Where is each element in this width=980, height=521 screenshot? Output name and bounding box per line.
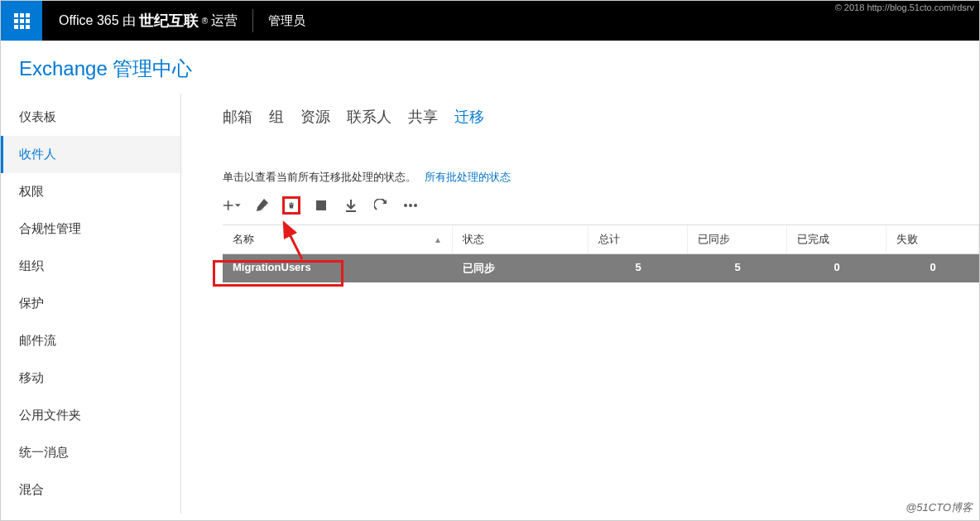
table-header-row: 名称 ▲ 状态 总计 已同步 已完成 失败 [223, 224, 979, 254]
hint-row: 单击以查看当前所有迁移批处理的状态。 所有批处理的状态 [223, 170, 979, 185]
tab-shared[interactable]: 共享 [408, 107, 438, 130]
tab-mailboxes[interactable]: 邮箱 [223, 107, 252, 130]
more-button[interactable] [401, 196, 420, 215]
sidebar-item-um[interactable]: 统一消息 [1, 434, 180, 471]
sidebar-item-dashboard[interactable]: 仪表板 [1, 99, 180, 136]
top-bar: Office 365 由 世纪互联 ® 运营 管理员 © 2018 http:/… [1, 1, 979, 41]
svg-rect-0 [316, 200, 326, 210]
cell-total: 5 [588, 254, 688, 282]
tab-resources[interactable]: 资源 [300, 107, 330, 130]
brand-by: 由 [122, 12, 136, 30]
sidebar-item-publicfolders[interactable]: 公用文件夹 [1, 397, 180, 434]
svg-point-3 [414, 204, 417, 207]
tab-groups[interactable]: 组 [269, 107, 284, 130]
plus-icon [223, 199, 233, 212]
sidebar-item-organization[interactable]: 组织 [1, 248, 180, 285]
brand-prefix: Office 365 [59, 13, 119, 28]
tabs: 邮箱 组 资源 联系人 共享 迁移 [223, 107, 979, 130]
page-title-row: Exchange 管理中心 [1, 41, 979, 94]
tab-contacts[interactable]: 联系人 [347, 107, 392, 130]
ellipsis-icon [404, 204, 417, 207]
column-header-done[interactable]: 已完成 [787, 225, 886, 253]
refresh-button[interactable] [372, 196, 390, 215]
svg-point-1 [404, 204, 407, 207]
waffle-icon [14, 13, 30, 29]
pencil-icon [255, 199, 268, 212]
sidebar-item-mobile[interactable]: 移动 [1, 359, 180, 397]
migration-table: 名称 ▲ 状态 总计 已同步 已完成 失败 MigrationUsers 已同步… [223, 224, 979, 282]
refresh-icon [374, 199, 387, 212]
copyright: © 2018 http://blog.51cto.com/rdsrv [835, 2, 974, 12]
hint-text: 单击以查看当前所有迁移批处理的状态。 [223, 171, 416, 183]
sort-ascending-icon: ▲ [434, 235, 442, 244]
edit-button[interactable] [252, 196, 271, 215]
brand-cn: 世纪互联 [139, 11, 199, 31]
cell-fail: 0 [886, 254, 979, 282]
trash-icon [288, 199, 295, 212]
sidebar-item-protection[interactable]: 保护 [1, 285, 180, 322]
svg-point-2 [409, 204, 412, 207]
toolbar [223, 196, 979, 215]
app-launcher-button[interactable] [1, 1, 42, 41]
sidebar-item-hybrid[interactable]: 混合 [1, 471, 180, 509]
column-header-status[interactable]: 状态 [453, 225, 588, 253]
brand-sup: ® [202, 17, 208, 26]
cell-name: MigrationUsers [223, 254, 453, 282]
stop-icon [315, 200, 327, 211]
sidebar-item-compliance[interactable]: 合规性管理 [1, 210, 180, 248]
column-header-fail[interactable]: 失败 [886, 225, 979, 253]
delete-button[interactable] [282, 196, 300, 215]
column-header-name-label: 名称 [233, 232, 254, 247]
divider [252, 9, 253, 32]
stop-button[interactable] [312, 196, 330, 215]
admin-label: 管理员 [268, 13, 305, 29]
sidebar-item-mailflow[interactable]: 邮件流 [1, 322, 180, 359]
watermark: @51CTO博客 [906, 500, 973, 515]
sidebar-item-permissions[interactable]: 权限 [1, 173, 180, 210]
download-icon [344, 199, 358, 212]
chevron-down-icon [235, 202, 241, 209]
sidebar: 仪表板 收件人 权限 合规性管理 组织 保护 邮件流 移动 公用文件夹 统一消息… [1, 94, 181, 514]
cell-status: 已同步 [453, 254, 588, 282]
column-header-synced[interactable]: 已同步 [688, 225, 787, 253]
tab-migration[interactable]: 迁移 [454, 107, 484, 130]
brand-text: Office 365 由 世纪互联 ® 运营 [59, 11, 238, 31]
brand-suffix: 运营 [211, 12, 238, 30]
page-title: Exchange 管理中心 [19, 55, 961, 82]
cell-synced: 5 [688, 254, 787, 282]
hint-link[interactable]: 所有批处理的状态 [425, 171, 511, 183]
column-header-name[interactable]: 名称 ▲ [223, 225, 453, 253]
column-header-total[interactable]: 总计 [588, 225, 688, 253]
cell-done: 0 [787, 254, 886, 282]
main-content: 邮箱 组 资源 联系人 共享 迁移 单击以查看当前所有迁移批处理的状态。 所有批… [181, 94, 979, 514]
body-wrap: 仪表板 收件人 权限 合规性管理 组织 保护 邮件流 移动 公用文件夹 统一消息… [1, 94, 979, 514]
sidebar-item-recipients[interactable]: 收件人 [1, 136, 180, 173]
table-row[interactable]: MigrationUsers 已同步 5 5 0 0 [223, 254, 979, 282]
add-button[interactable] [223, 196, 241, 215]
download-button[interactable] [342, 196, 360, 215]
